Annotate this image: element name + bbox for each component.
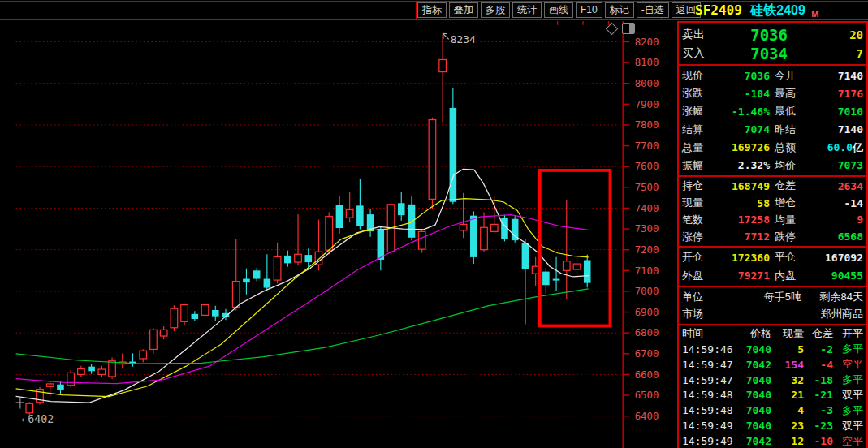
field-value: 7140 (815, 123, 863, 136)
tape-row: 14:59:48704021-21双平 (679, 388, 866, 403)
days-remaining: 剩余84天 (801, 290, 863, 304)
instrument-title: SF2409 硅铁2409 M (695, 2, 818, 19)
sell-row: 卖出 7036 20 (679, 26, 866, 44)
quote-row: 涨幅-1.46%最低7010 (679, 104, 866, 118)
field-value: 7073 (815, 159, 863, 171)
field-value: 172360 (719, 252, 770, 264)
top-bar: 指标 叠加 多股 统计 画线 F10 标记 -自选 返回 SF2409 硅铁24… (0, 0, 868, 21)
trading-terminal-window: { "toolbar": { "buttons": [ {"label": "指… (0, 0, 868, 448)
bid-ask-section: 卖出 7036 20 买入 7034 7 (679, 24, 866, 66)
quote-row: 总量169726总额60.0亿 (679, 140, 866, 155)
quote-row: 涨跌-104最高7176 (679, 86, 866, 101)
field-value: 7010 (815, 106, 863, 118)
toolbar-left-divider (416, 2, 417, 19)
field-label: 涨停 (682, 230, 719, 244)
time-sales-section: 时间 价格 现量 仓差 开平 14:59:4670405-2多平 14:59:4… (679, 325, 866, 448)
field-label: 最低 (775, 104, 815, 118)
low-annotation: ←6402 (21, 413, 54, 425)
y-axis-label: 7300 (635, 223, 659, 235)
field-value: 168749 (719, 180, 770, 192)
field-value: 167092 (815, 252, 863, 264)
y-axis-label: 7200 (635, 244, 659, 256)
mark-button[interactable]: 标记 (605, 2, 634, 18)
field-label: 现量 (682, 196, 719, 210)
quote-row: 笔数17258均量9 (679, 213, 866, 227)
field-value: 60.0亿 (815, 140, 863, 155)
field-value: 17258 (719, 213, 770, 226)
field-value: 58 (719, 197, 770, 209)
field-value: 2634 (815, 180, 863, 192)
field-label: 市场 (682, 307, 719, 321)
ma-magenta (16, 215, 589, 384)
quote-panel: 卖出 7036 20 买入 7034 7 现价7036今开7140 涨跌-104… (677, 21, 868, 448)
y-axis-label: 6400 (635, 411, 659, 422)
ma-green (16, 289, 589, 364)
multi-stock-button[interactable]: 多股 (481, 2, 510, 18)
field-label: 均价 (775, 158, 815, 173)
field-value: -14 (815, 197, 863, 209)
buy-label: 买入 (682, 46, 716, 61)
y-axis-label: 7600 (635, 161, 659, 172)
contract-name: 硅铁2409 (750, 3, 805, 17)
quote-row: 结算7074昨结7140 (679, 123, 866, 137)
quote-row: 持仓168749仓差2634 (679, 179, 866, 193)
market-value: 郑州商品 (801, 307, 863, 321)
field-label: 平仓 (775, 250, 815, 265)
field-label: 持仓 (682, 179, 719, 193)
sell-price: 7036 (716, 26, 788, 44)
y-axis-label: 7900 (635, 99, 659, 110)
field-label: 均量 (775, 213, 815, 227)
y-axis-label: 8000 (635, 78, 659, 89)
time-sales-header: 时间 价格 现量 仓差 开平 (679, 326, 866, 341)
f10-button[interactable]: F10 (576, 2, 602, 18)
field-label: 增仓 (775, 196, 815, 210)
field-label: 总额 (775, 140, 815, 155)
field-value: 7712 (719, 230, 770, 243)
field-value: 169726 (719, 141, 770, 153)
buy-qty: 7 (788, 47, 863, 60)
field-value: 6568 (815, 230, 863, 243)
y-axis-label: 6900 (635, 307, 659, 318)
field-value: -104 (719, 88, 770, 100)
field-label: 总量 (682, 140, 719, 155)
y-axis-label: 6800 (635, 327, 659, 338)
field-label: 振幅 (682, 158, 719, 173)
y-axis-label: 6700 (635, 348, 659, 360)
contract-code: SF2409 (695, 2, 742, 18)
field-value: 90455 (815, 269, 863, 282)
overlay-button[interactable]: 叠加 (449, 2, 478, 18)
quote-row: 现价7036今开7140 (679, 68, 866, 83)
y-axis-label: 6600 (635, 369, 659, 381)
y-axis-label: 7500 (635, 182, 659, 193)
statistics-button[interactable]: 统计 (512, 2, 542, 18)
field-label: 最高 (775, 86, 815, 101)
field-value: -1.46% (719, 106, 770, 118)
remove-watchlist-button[interactable]: -自选 (637, 2, 669, 18)
field-value: 7074 (719, 123, 770, 136)
buy-row: 买入 7034 7 (679, 45, 866, 62)
info-row: 单位每手5吨剩余84天 (679, 290, 866, 304)
indicator-button[interactable]: 指标 (417, 2, 447, 18)
draw-line-button[interactable]: 画线 (544, 2, 573, 18)
tape-row: 14:59:49704023-23双平 (679, 419, 866, 433)
field-value: 2.32% (719, 159, 770, 171)
field-label: 外盘 (682, 269, 719, 283)
field-value: 7140 (815, 70, 863, 82)
col-header-time: 时间 (682, 326, 732, 341)
open-interest-section: 持仓168749仓差2634 现量58增仓-14 笔数17258均量9 涨停77… (679, 177, 866, 248)
info-row: 市场郑州商品 (679, 307, 866, 321)
price-chart[interactable]: 6400650066006700680069007000710072007300… (0, 21, 676, 448)
split-pane-icon[interactable] (622, 23, 635, 34)
quote-row: 外盘79271内盘90455 (679, 269, 866, 283)
field-value: 79271 (719, 269, 770, 282)
field-label: 现价 (682, 68, 719, 83)
quote-row: 振幅2.32%均价7073 (679, 158, 866, 173)
field-label: 内盘 (775, 269, 815, 283)
col-header-oi-change: 仓差 (804, 326, 833, 341)
y-axis-label: 7400 (635, 203, 659, 214)
y-axis-label: 7100 (635, 265, 659, 277)
quote-row: 涨停7712跌停6568 (679, 230, 866, 244)
field-value: 7036 (719, 70, 770, 82)
buy-price: 7034 (716, 45, 788, 62)
field-label: 开仓 (682, 250, 719, 265)
